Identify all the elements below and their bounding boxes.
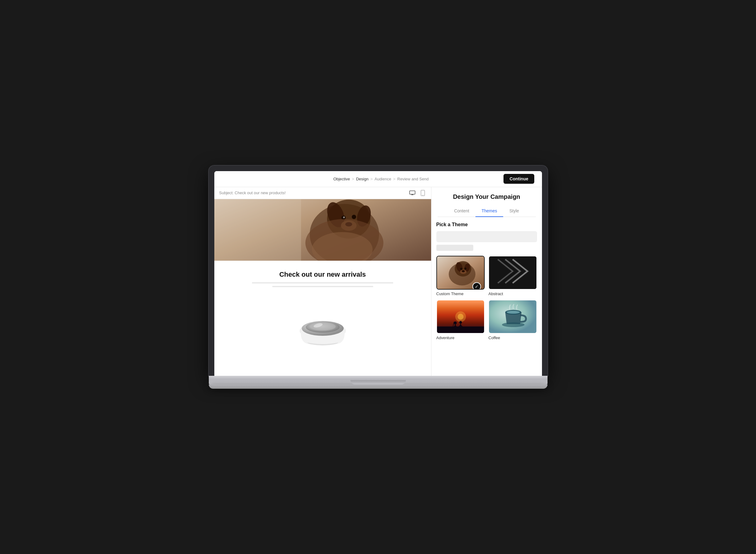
svg-point-29 <box>464 268 466 270</box>
svg-point-56 <box>502 322 524 327</box>
laptop-bezel: Objective > Design > Audience > Review a… <box>209 166 548 376</box>
product-image <box>292 300 354 346</box>
continue-button[interactable]: Continue <box>503 174 535 184</box>
svg-point-4 <box>422 195 423 196</box>
design-panel: Design Your Campaign Content Themes Styl… <box>431 187 542 376</box>
theme-thumbnail-adventure <box>436 300 485 334</box>
breadcrumb-review: Review and Send <box>397 177 429 181</box>
svg-point-28 <box>460 268 462 270</box>
email-subject: Subject: Check out our new products! <box>219 190 286 195</box>
desktop-icon[interactable] <box>409 189 416 197</box>
theme-label-custom: Custom Theme <box>436 291 485 296</box>
breadcrumb-objective: Objective <box>333 177 350 181</box>
laptop-bottom <box>209 384 548 389</box>
svg-rect-32 <box>489 257 537 289</box>
theme-thumbnail-abstract <box>489 256 537 290</box>
design-panel-title: Design Your Campaign <box>438 193 536 200</box>
themes-grid: ✓ Custom Theme <box>436 256 537 340</box>
theme-filter-bar <box>436 245 473 251</box>
email-preview-content: Check out our new arrivals <box>214 199 431 376</box>
svg-point-12 <box>343 216 345 218</box>
product-section <box>214 295 431 351</box>
pick-theme-title: Pick a Theme <box>436 222 537 227</box>
svg-rect-17 <box>214 199 301 261</box>
theme-card-adventure[interactable]: Adventure <box>436 300 485 340</box>
preview-toolbar: Subject: Check out our new products! <box>214 187 431 199</box>
mobile-icon[interactable] <box>419 189 426 197</box>
breadcrumb-audience: Audience <box>374 177 391 181</box>
theme-label-abstract: Abstract <box>489 291 537 296</box>
selected-checkmark: ✓ <box>472 282 481 290</box>
theme-card-custom[interactable]: ✓ Custom Theme <box>436 256 485 296</box>
tab-content[interactable]: Content <box>448 205 475 217</box>
design-panel-header: Design Your Campaign Content Themes Styl… <box>432 187 542 217</box>
svg-point-11 <box>352 215 356 219</box>
divider-line-2 <box>272 286 373 287</box>
theme-card-abstract[interactable]: Abstract <box>489 256 537 296</box>
tabs: Content Themes Style <box>438 205 536 217</box>
tab-style[interactable]: Style <box>503 205 525 217</box>
laptop-notch <box>350 380 406 384</box>
app-header: Objective > Design > Audience > Review a… <box>214 171 542 187</box>
theme-card-coffee[interactable]: Coffee <box>489 300 537 340</box>
breadcrumb: Objective > Design > Audience > Review a… <box>333 177 429 181</box>
laptop-screen: Objective > Design > Audience > Review a… <box>214 171 542 376</box>
sep2: > <box>370 177 373 181</box>
theme-label-coffee: Coffee <box>489 335 537 340</box>
svg-point-47 <box>459 321 462 324</box>
svg-point-31 <box>462 270 465 272</box>
theme-search-bar[interactable] <box>436 231 537 242</box>
preview-panel: Subject: Check out our new products! <box>214 187 431 376</box>
design-panel-body: Pick a Theme <box>432 217 542 376</box>
device-toggle <box>409 189 426 197</box>
laptop-base <box>209 376 548 384</box>
email-text-section: Check out our new arrivals <box>214 261 431 295</box>
divider-line-1 <box>252 282 393 283</box>
svg-rect-0 <box>410 191 415 194</box>
theme-thumbnail-coffee <box>489 300 537 334</box>
email-heading: Check out our new arrivals <box>222 271 424 279</box>
hero-image <box>214 199 431 261</box>
theme-thumbnail-custom: ✓ <box>436 256 485 290</box>
app-body: Subject: Check out our new products! <box>214 187 542 376</box>
svg-point-38 <box>458 314 463 320</box>
theme-label-adventure: Adventure <box>436 335 485 340</box>
svg-point-55 <box>507 311 519 314</box>
breadcrumb-design: Design <box>356 177 368 181</box>
sep1: > <box>352 177 354 181</box>
tab-themes[interactable]: Themes <box>475 205 503 217</box>
laptop-wrapper: Objective > Design > Audience > Review a… <box>209 166 548 389</box>
sep3: > <box>393 177 395 181</box>
